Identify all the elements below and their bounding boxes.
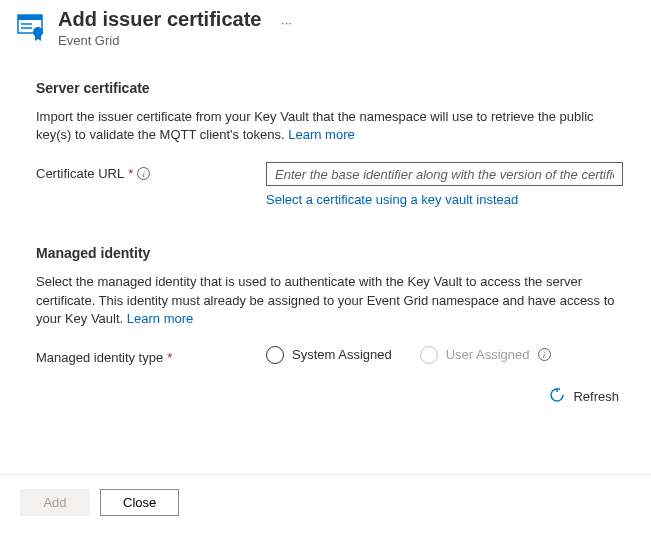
identity-type-radio-group: System Assigned User Assigned i <box>266 346 623 364</box>
required-asterisk: * <box>167 350 172 365</box>
managed-identity-learn-more-link[interactable]: Learn more <box>127 311 193 326</box>
radio-icon <box>420 346 438 364</box>
certificate-icon <box>16 12 46 45</box>
managed-identity-description: Select the managed identity that is used… <box>36 273 623 328</box>
content-area: Server certificate Import the issuer cer… <box>0 56 651 426</box>
svg-point-4 <box>33 27 43 37</box>
add-button: Add <box>20 489 90 516</box>
server-certificate-description: Import the issuer certificate from your … <box>36 108 623 144</box>
certificate-url-input[interactable] <box>266 162 623 186</box>
required-asterisk: * <box>128 166 133 181</box>
footer-actions: Add Close <box>0 474 651 530</box>
radio-icon <box>266 346 284 364</box>
info-icon[interactable]: i <box>538 348 551 361</box>
certificate-url-row: Certificate URL * i Select a certificate… <box>36 162 623 207</box>
refresh-icon <box>549 387 565 406</box>
info-icon[interactable]: i <box>137 167 150 180</box>
managed-identity-type-label: Managed identity type * <box>36 346 266 365</box>
page-subtitle: Event Grid <box>58 33 292 48</box>
certificate-url-label: Certificate URL * i <box>36 162 266 181</box>
page-header: Add issuer certificate ··· Event Grid <box>0 0 651 56</box>
refresh-button[interactable]: Refresh <box>549 387 619 406</box>
select-certificate-link[interactable]: Select a certificate using a key vault i… <box>266 192 623 207</box>
svg-rect-1 <box>18 15 42 20</box>
server-certificate-heading: Server certificate <box>36 80 623 96</box>
managed-identity-heading: Managed identity <box>36 245 623 261</box>
page-title: Add issuer certificate <box>58 8 261 31</box>
user-assigned-radio: User Assigned i <box>420 346 551 364</box>
managed-identity-type-row: Managed identity type * System Assigned … <box>36 346 623 365</box>
server-cert-learn-more-link[interactable]: Learn more <box>288 127 354 142</box>
more-options-icon[interactable]: ··· <box>281 15 292 30</box>
close-button[interactable]: Close <box>100 489 179 516</box>
system-assigned-radio[interactable]: System Assigned <box>266 346 392 364</box>
